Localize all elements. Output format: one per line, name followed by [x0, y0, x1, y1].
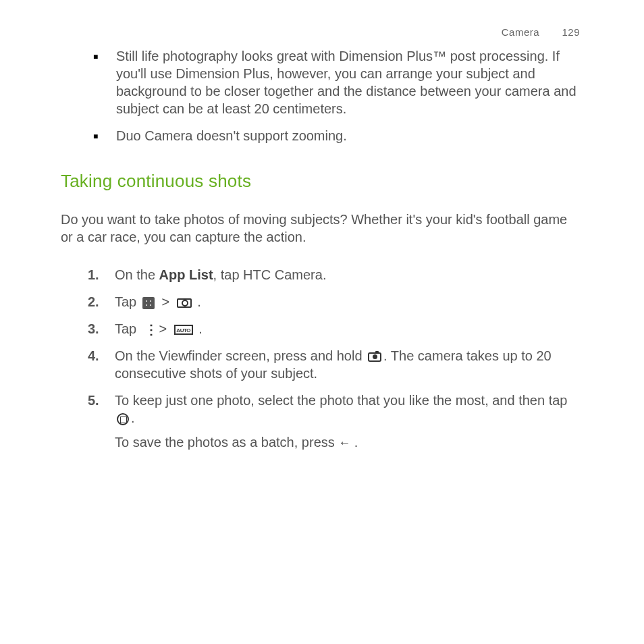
step-number: 4. — [88, 347, 115, 382]
text-fragment: . — [350, 435, 358, 450]
bullet-list: ■ Still life photography looks great wit… — [93, 47, 583, 146]
overflow-menu-icon — [142, 324, 152, 336]
breadcrumb-separator: > — [161, 294, 169, 309]
page-content: ■ Still life photography looks great wit… — [0, 0, 644, 451]
list-item: 5. To keep just one photo, select the ph… — [88, 392, 583, 451]
camera-mode-icon — [177, 298, 192, 308]
text-fragment: . — [194, 294, 201, 309]
bullet-text: Duo Camera doesn't support zooming. — [116, 127, 583, 146]
step-number: 1. — [88, 266, 115, 284]
page-header: Camera 129 — [502, 26, 580, 39]
intro-paragraph: Do you want to take photos of moving sub… — [61, 211, 583, 246]
breadcrumb-separator: > — [159, 321, 167, 336]
list-item: 1. On the App List, tap HTC Camera. — [88, 266, 583, 284]
step-subtext: To save the photos as a batch, press ← . — [115, 433, 583, 451]
back-arrow-icon: ← — [338, 436, 350, 450]
text-fragment: On the Viewfinder screen, press and hold — [115, 348, 366, 363]
app-list-label: App List — [159, 267, 213, 282]
list-item: ■ Duo Camera doesn't support zooming. — [93, 127, 583, 146]
step-text: Tap > . — [115, 293, 583, 311]
step-text: On the App List, tap HTC Camera. — [115, 266, 583, 284]
text-fragment: To save the photos as a batch, press — [115, 435, 338, 450]
step-number: 3. — [88, 320, 115, 338]
section-heading: Taking continuous shots — [61, 170, 583, 193]
text-fragment: Tap — [115, 321, 140, 336]
auto-mode-icon: AUTO — [174, 325, 193, 335]
text-fragment: Tap — [115, 294, 140, 309]
step-number: 5. — [88, 392, 115, 451]
list-item: 3. Tap > AUTO . — [88, 320, 583, 338]
shutter-button-icon — [368, 352, 381, 362]
bullet-text: Still life photography looks great with … — [116, 47, 583, 117]
step-text: On the Viewfinder screen, press and hold… — [115, 347, 583, 382]
step-text: To keep just one photo, select the photo… — [115, 392, 583, 451]
bullet-marker-icon: ■ — [93, 127, 116, 146]
mode-grid-icon — [142, 297, 155, 309]
bullet-marker-icon: ■ — [93, 47, 116, 117]
list-item: ■ Still life photography looks great wit… — [93, 47, 583, 117]
ordered-list: 1. On the App List, tap HTC Camera. 2. T… — [88, 266, 583, 451]
text-fragment: On the — [115, 267, 159, 282]
list-item: 4. On the Viewfinder screen, press and h… — [88, 347, 583, 382]
save-photo-icon — [117, 413, 129, 425]
text-fragment: , tap HTC Camera. — [213, 267, 327, 282]
text-fragment: . — [195, 321, 203, 336]
header-page-number: 129 — [562, 26, 580, 38]
list-item: 2. Tap > . — [88, 293, 583, 311]
step-number: 2. — [88, 293, 115, 311]
step-text: Tap > AUTO . — [115, 320, 583, 338]
text-fragment: . — [131, 410, 135, 425]
text-fragment: To keep just one photo, select the photo… — [115, 393, 567, 408]
header-section: Camera — [502, 26, 539, 38]
